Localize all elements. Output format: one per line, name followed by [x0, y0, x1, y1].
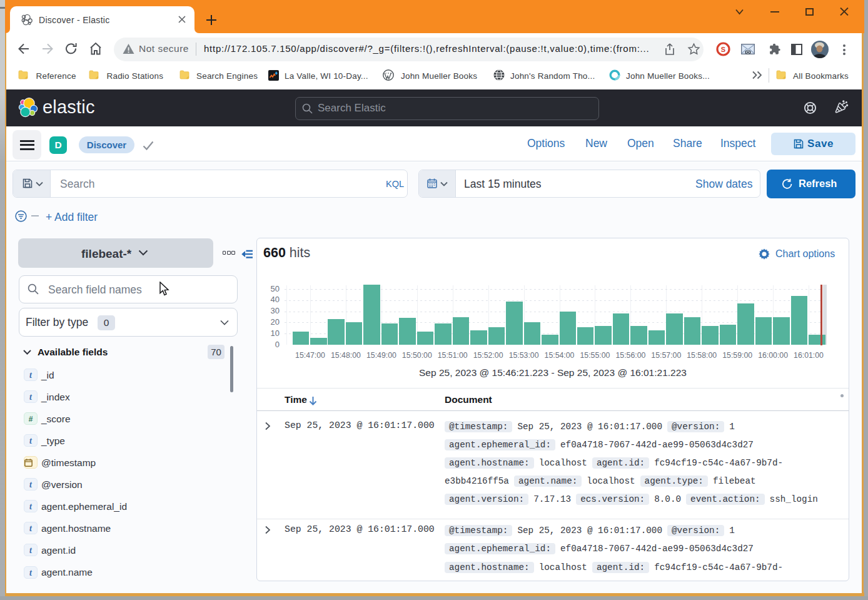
svg-text:S: S	[721, 46, 725, 53]
